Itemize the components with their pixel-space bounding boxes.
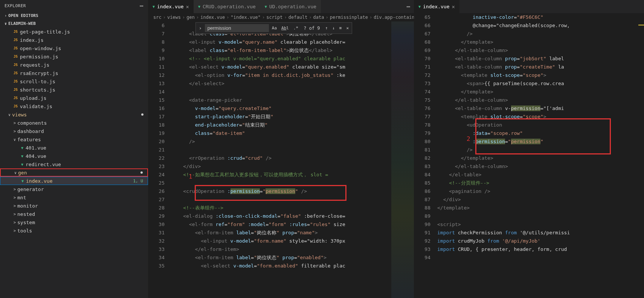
- crumb-sep-icon: ›: [326, 15, 328, 20]
- file-name-label: 401.vue: [26, 145, 46, 151]
- more-icon[interactable]: ⋯: [140, 2, 143, 9]
- vue-icon: ▼: [265, 5, 267, 9]
- file-item[interactable]: JSscroll-to.js: [0, 77, 148, 86]
- file-item[interactable]: ▼401.vue: [0, 144, 148, 152]
- breadcrumb-item[interactable]: views: [167, 15, 181, 20]
- vue-icon: ▼: [21, 179, 24, 183]
- find-in-selection-icon[interactable]: ≡: [338, 25, 343, 31]
- crumb-sep-icon: ›: [262, 15, 265, 20]
- breadcrumb-item[interactable]: index.vue: [200, 15, 225, 20]
- file-name-label: index.vue: [26, 178, 52, 184]
- close-find-icon[interactable]: ✕: [345, 25, 350, 31]
- folder-item[interactable]: >tools: [0, 226, 148, 235]
- chevron-right-icon: ›: [5, 14, 7, 18]
- editor-body-2: 6566676869707172737475767778798081828384…: [414, 13, 644, 298]
- code-area-1[interactable]: <label class="el-form-item-label">岗位名称</…: [171, 21, 391, 298]
- find-input[interactable]: [205, 24, 269, 32]
- chevron-icon: ∨: [14, 171, 17, 175]
- crumb-sep-icon: ›: [182, 15, 185, 20]
- prev-match-icon[interactable]: ↑: [324, 25, 330, 31]
- file-item[interactable]: JSvalidate.js: [0, 102, 148, 110]
- folder-item[interactable]: >system: [0, 218, 148, 226]
- annotation-num-1: 1: [189, 173, 192, 180]
- whole-word-icon[interactable]: Abl: [280, 25, 290, 31]
- editor-group-2: ▼index.vue× 6566676869707172737475767778…: [414, 0, 644, 298]
- file-item[interactable]: ▼404.vue: [0, 152, 148, 160]
- regex-icon[interactable]: .*: [292, 25, 300, 31]
- file-item[interactable]: JSpermission.js: [0, 52, 148, 61]
- folder-item[interactable]: >monitor: [0, 202, 148, 210]
- js-icon: JS: [14, 96, 18, 100]
- file-item[interactable]: JSrequest.js: [0, 61, 148, 69]
- file-item[interactable]: JSupload.js: [0, 94, 148, 102]
- breadcrumb-item[interactable]: permissinplate: [330, 15, 368, 20]
- file-item[interactable]: JSshortcuts.js: [0, 86, 148, 94]
- file-item[interactable]: JSindex.js: [0, 36, 148, 44]
- breadcrumb-item[interactable]: "index.vue": [230, 15, 260, 20]
- breadcrumb-item[interactable]: div.app-container: [374, 15, 414, 20]
- file-name-label: validate.js: [20, 104, 52, 109]
- file-name-label: rsaEncrypt.js: [20, 70, 58, 76]
- code-area-2[interactable]: inactive-color="#F56C6C" @change="change…: [437, 13, 638, 298]
- folder-name-label: dashboard: [17, 128, 44, 134]
- find-toggle-icon[interactable]: ›: [197, 25, 203, 31]
- tab-actions-icon[interactable]: ⋯: [403, 3, 414, 10]
- tab[interactable]: ▼UD.operation.vue: [260, 0, 321, 13]
- folder-item[interactable]: >mnt: [0, 193, 148, 202]
- chevron-icon: >: [14, 187, 16, 191]
- js-icon: JS: [14, 46, 18, 50]
- breadcrumb-item[interactable]: gen: [186, 15, 195, 20]
- overview-ruler[interactable]: [638, 13, 644, 298]
- modified-dot-icon: [140, 171, 143, 174]
- breadcrumb-item[interactable]: data: [313, 15, 324, 20]
- match-case-icon[interactable]: Aa: [270, 25, 278, 31]
- file-item[interactable]: JSrsaEncrypt.js: [0, 69, 148, 77]
- folder-item[interactable]: >nested: [0, 210, 148, 218]
- annotation-num-2: 2: [467, 135, 470, 142]
- folder-item[interactable]: ∨gen: [0, 168, 148, 177]
- js-icon: JS: [14, 38, 18, 42]
- explorer-title: EXPLORER: [5, 3, 26, 8]
- file-item[interactable]: ▼redirect.vue: [0, 160, 148, 168]
- project-label: ELADMIN-WEB: [8, 21, 36, 26]
- folder-name-label: system: [17, 220, 35, 225]
- gutter-1: 6789101112131415161718192021222324252627…: [148, 21, 171, 298]
- folder-item[interactable]: >generator: [0, 185, 148, 193]
- folder-item[interactable]: ∨features: [0, 135, 148, 144]
- breadcrumb-item[interactable]: default: [288, 15, 308, 20]
- vue-icon: ▼: [21, 154, 23, 158]
- chevron-icon: ∨: [8, 113, 11, 117]
- tabs-bar-2: ▼index.vue×: [414, 0, 644, 13]
- breadcrumb-item[interactable]: src: [153, 15, 162, 20]
- close-tab-icon[interactable]: ×: [186, 4, 189, 10]
- file-item[interactable]: JSget-page-title.js: [0, 28, 148, 36]
- next-match-icon[interactable]: ↓: [331, 25, 336, 31]
- open-editors-label: OPEN EDITORS: [8, 13, 38, 18]
- folder-name-label: features: [17, 137, 41, 142]
- modified-dot-icon: [141, 113, 143, 116]
- tabs-bar-1: ▼index.vue×▼CRUD.operation.vue▼UD.operat…: [148, 0, 414, 13]
- project-section[interactable]: ∨ ELADMIN-WEB: [0, 20, 148, 28]
- js-icon: JS: [14, 71, 18, 75]
- tab[interactable]: ▼index.vue×: [414, 0, 459, 13]
- open-editors-section[interactable]: › OPEN EDITORS: [0, 12, 148, 20]
- file-name-label: open-window.js: [20, 46, 61, 51]
- vue-icon: ▼: [21, 146, 23, 150]
- tab[interactable]: ▼index.vue×: [148, 0, 194, 13]
- chevron-icon: >: [14, 229, 16, 233]
- folder-item[interactable]: >dashboard: [0, 127, 148, 135]
- file-item[interactable]: JSopen-window.js: [0, 44, 148, 52]
- chevron-icon: ∨: [14, 138, 16, 142]
- crumb-sep-icon: ›: [196, 15, 199, 20]
- minimap-1[interactable]: [391, 21, 414, 298]
- folder-item[interactable]: ∨views: [0, 110, 148, 119]
- breadcrumb-1[interactable]: src › views › gen › index.vue › "index.v…: [148, 13, 414, 21]
- folder-item[interactable]: >components: [0, 119, 148, 127]
- vue-icon: ▼: [153, 5, 155, 9]
- file-name-label: request.js: [20, 62, 49, 68]
- chevron-icon: >: [14, 204, 16, 208]
- breadcrumb-item[interactable]: script: [266, 15, 282, 20]
- file-item[interactable]: ▼index.vue1, U: [0, 177, 148, 185]
- tab[interactable]: ▼CRUD.operation.vue: [194, 0, 260, 13]
- close-tab-icon[interactable]: ×: [452, 4, 455, 10]
